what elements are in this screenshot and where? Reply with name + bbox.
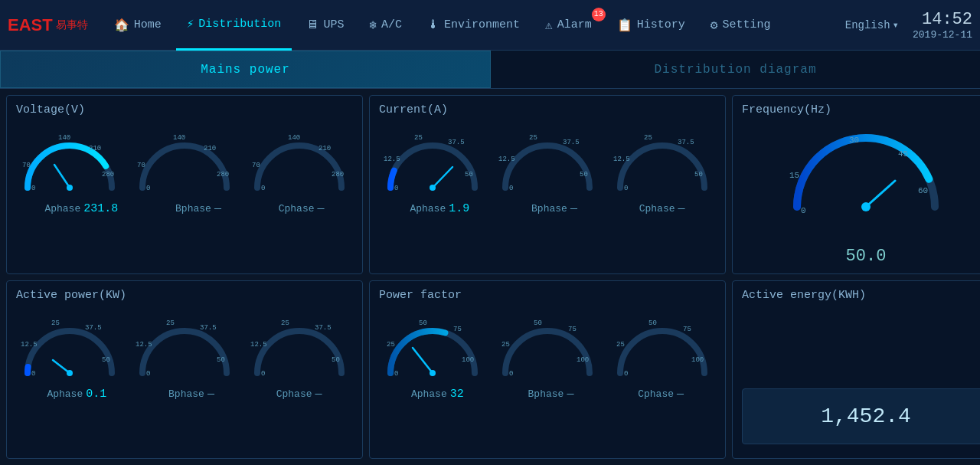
current-bphase: Bphase — bbox=[531, 202, 577, 215]
svg-point-64 bbox=[430, 370, 436, 376]
voltage-title: Voltage(V) bbox=[16, 103, 353, 116]
environment-icon: 🌡 bbox=[427, 18, 439, 32]
alarm-badge: 13 bbox=[592, 8, 606, 21]
voltage-gauge-c-svg: 0 70 140 210 280 bbox=[246, 123, 353, 199]
history-icon: 📋 bbox=[617, 18, 632, 33]
active-power-gauge-c: 0 12.5 25 37.5 50 bbox=[246, 308, 353, 385]
pf-aphase: Aphase 32 bbox=[411, 388, 464, 401]
svg-text:50: 50 bbox=[694, 171, 703, 178]
svg-text:50: 50 bbox=[580, 171, 588, 178]
current-gauge-a-svg: 0 25 12.5 37.5 50 bbox=[379, 123, 486, 199]
language-selector[interactable]: English ▾ bbox=[845, 18, 899, 31]
svg-text:0: 0 bbox=[146, 185, 150, 192]
current-aphase-name: Aphase bbox=[410, 203, 446, 214]
voltage-gauges: 0 70 140 210 280 0 70 140 210 280 bbox=[16, 123, 353, 199]
current-gauge-c: 0 25 12.5 37.5 50 bbox=[609, 123, 716, 199]
clock-time: 14:52 bbox=[913, 10, 972, 29]
current-aphase-value: 1.9 bbox=[449, 202, 469, 215]
tab-mains-power[interactable]: Mains power bbox=[0, 51, 491, 88]
nav-home[interactable]: 🏠 Home bbox=[103, 0, 172, 51]
pf-gauge-a-svg: 0 25 50 75 100 bbox=[379, 308, 486, 385]
pf-gauge-b: 0 25 50 75 100 bbox=[494, 308, 601, 385]
current-gauge-b: 0 25 12.5 37.5 50 bbox=[494, 123, 601, 199]
svg-text:0: 0 bbox=[261, 185, 265, 192]
svg-text:12.5: 12.5 bbox=[613, 156, 630, 163]
svg-text:12.5: 12.5 bbox=[250, 341, 267, 349]
alarm-icon: ⚠ bbox=[545, 18, 553, 33]
main-content: Voltage(V) 0 70 140 210 280 bbox=[0, 89, 980, 465]
svg-text:12.5: 12.5 bbox=[498, 156, 515, 163]
active-power-gauges: 0 12.5 25 37.5 50 0 12.5 25 37.5 50 bbox=[16, 308, 353, 385]
nav-alarm[interactable]: ⚠ Alarm 13 bbox=[534, 0, 603, 51]
nav-history-label: History bbox=[637, 18, 685, 31]
active-power-cphase-name: Cphase bbox=[276, 388, 312, 400]
active-power-bphase: Bphase — bbox=[168, 388, 214, 401]
voltage-gauge-b-svg: 0 70 140 210 280 bbox=[131, 123, 238, 199]
svg-point-23 bbox=[430, 185, 436, 191]
ups-icon: 🖥 bbox=[306, 18, 318, 32]
nav-ac[interactable]: ❄ A/C bbox=[358, 0, 413, 51]
nav-environment[interactable]: 🌡 Environment bbox=[416, 0, 531, 51]
svg-text:25: 25 bbox=[616, 341, 625, 349]
current-cphase-name: Cphase bbox=[639, 203, 675, 214]
current-title: Current(A) bbox=[379, 103, 716, 116]
nav-setting[interactable]: ⚙ Setting bbox=[700, 0, 782, 51]
svg-text:37.5: 37.5 bbox=[85, 324, 102, 332]
nav-home-label: Home bbox=[134, 18, 162, 31]
svg-text:0: 0 bbox=[624, 185, 628, 192]
svg-text:12.5: 12.5 bbox=[21, 341, 38, 349]
svg-text:25: 25 bbox=[387, 341, 395, 349]
voltage-aphase-name: Aphase bbox=[44, 203, 80, 214]
ac-icon: ❄ bbox=[369, 18, 377, 33]
svg-text:140: 140 bbox=[58, 134, 70, 142]
svg-text:50: 50 bbox=[465, 171, 473, 178]
svg-text:25: 25 bbox=[501, 341, 510, 349]
svg-text:30: 30 bbox=[849, 136, 859, 145]
svg-line-22 bbox=[433, 167, 452, 188]
tab-mains-power-label: Mains power bbox=[201, 63, 290, 77]
active-power-aphase-value: 0.1 bbox=[86, 388, 106, 401]
svg-line-63 bbox=[413, 348, 433, 373]
nav-ups[interactable]: 🖥 UPS bbox=[296, 0, 354, 51]
svg-text:50: 50 bbox=[648, 319, 657, 327]
tab-distribution-diagram-label: Distribution diagram bbox=[654, 63, 816, 77]
nav-distribution-label: Distribution bbox=[198, 18, 281, 31]
active-energy-value: 1,452.4 bbox=[821, 404, 911, 428]
current-aphase: Aphase 1.9 bbox=[410, 202, 469, 215]
svg-text:45: 45 bbox=[898, 149, 908, 159]
voltage-bphase-value: — bbox=[214, 202, 221, 215]
svg-text:210: 210 bbox=[318, 145, 331, 152]
nav-distribution[interactable]: ⚡ Distribution bbox=[176, 0, 292, 51]
power-factor-panel: Power factor 0 25 50 75 100 bbox=[369, 280, 726, 460]
active-power-cphase-value: — bbox=[315, 388, 322, 401]
nav-history[interactable]: 📋 History bbox=[606, 0, 696, 51]
svg-text:70: 70 bbox=[22, 162, 31, 169]
navbar: EAST 易事特 🏠 Home ⚡ Distribution 🖥 UPS ❄ A… bbox=[0, 0, 980, 51]
voltage-bphase: Bphase — bbox=[175, 202, 221, 215]
svg-text:25: 25 bbox=[644, 134, 652, 142]
svg-text:25: 25 bbox=[51, 319, 60, 327]
tab-distribution-diagram[interactable]: Distribution diagram bbox=[491, 51, 980, 88]
voltage-gauge-c: 0 70 140 210 280 bbox=[246, 123, 353, 199]
pf-cphase-value: — bbox=[677, 388, 684, 401]
pf-bphase: Bphase — bbox=[528, 388, 574, 401]
svg-text:25: 25 bbox=[281, 319, 289, 327]
pf-aphase-value: 32 bbox=[450, 388, 464, 401]
svg-line-46 bbox=[53, 360, 70, 373]
svg-text:0: 0 bbox=[146, 370, 150, 378]
voltage-bphase-name: Bphase bbox=[175, 203, 211, 214]
power-factor-title: Power factor bbox=[379, 289, 716, 302]
svg-text:0: 0 bbox=[261, 370, 265, 378]
svg-text:37.5: 37.5 bbox=[200, 324, 217, 332]
svg-text:25: 25 bbox=[414, 134, 423, 142]
svg-text:60: 60 bbox=[918, 186, 928, 195]
nav-items: 🏠 Home ⚡ Distribution 🖥 UPS ❄ A/C 🌡 Envi… bbox=[103, 0, 845, 51]
current-gauge-c-svg: 0 25 12.5 37.5 50 bbox=[609, 123, 716, 199]
svg-text:50: 50 bbox=[217, 356, 225, 364]
active-power-bphase-name: Bphase bbox=[168, 388, 204, 400]
voltage-phase-row: Aphase 231.8 Bphase — Cphase — bbox=[16, 202, 353, 215]
svg-text:37.5: 37.5 bbox=[563, 139, 580, 146]
svg-text:37.5: 37.5 bbox=[448, 139, 465, 146]
svg-point-6 bbox=[67, 185, 73, 191]
svg-text:37.5: 37.5 bbox=[315, 324, 332, 332]
